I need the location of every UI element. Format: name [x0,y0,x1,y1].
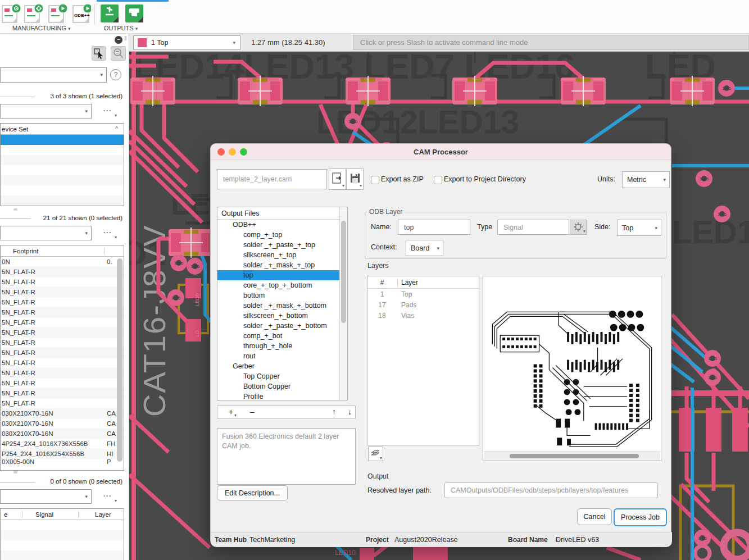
layer-row-vias[interactable]: 18Vias [367,310,479,321]
edit-description-button[interactable]: Edit Description... [217,485,288,500]
output-file-through-hole[interactable]: through_+_hole [217,341,341,351]
footprint-row[interactable]: 5N_FLAT-R [1,297,124,307]
close-button[interactable] [217,148,225,156]
footprint-row[interactable]: 5N_FLAT-R [1,317,124,327]
export-zip-checkbox[interactable] [371,176,379,184]
outputs-menu[interactable]: OUTPUTS ▾ [104,25,138,31]
dialog-title-bar[interactable]: CAM Processor [211,144,671,160]
device-set-header[interactable]: evice Set ^ [1,124,124,135]
output-file-core-top-bottom[interactable]: core_+_top_+_bottom [217,280,341,290]
footprint-row[interactable]: 5N_FLAT-R [1,358,124,368]
output-file-silkscreen-top[interactable]: silkscreen_+_top [217,250,341,260]
move-up-button[interactable]: ↑ [332,407,336,416]
cam-run-icon[interactable] [49,4,67,22]
panel-resize-handle[interactable] [13,208,17,211]
tree-scrollbar-thumb[interactable] [341,221,346,323]
output-file-silkscreen-bottom[interactable]: silkscreen_+_bottom [217,311,341,321]
footprint-filter-dropdown[interactable]: ▾ [0,226,92,240]
device-filter-dropdown[interactable]: ▾ [0,104,92,119]
footprint-options-button[interactable]: ⋯ [103,227,112,238]
output-file-odb-[interactable]: ODB++ [217,220,341,230]
layers-table[interactable]: # Layer 1Top17Pads18Vias [367,276,479,445]
device-options-button[interactable]: ⋯ [103,106,112,116]
footprint-row[interactable]: 5N_FLAT-R [1,388,124,398]
side-select[interactable]: Top ▾ [617,220,661,236]
output-file-solder-paste-top[interactable]: solder _+_paste_+_top [217,240,341,250]
footprint-row[interactable]: 5N_FLAT-R [1,287,124,297]
footprint-row[interactable]: 5N_FLAT-R [1,267,124,277]
maximize-button[interactable] [240,148,247,156]
preview-scrollbar-thumb[interactable] [510,454,639,458]
signal-table[interactable]: e Signal Layer [0,508,124,560]
footprint-row[interactable]: 030X210X70-16NCA [1,418,124,429]
export-zip-label[interactable]: Export as ZIP [381,175,424,183]
units-select[interactable]: Metric ▾ [622,171,670,188]
footprint-row[interactable]: 5N_FLAT-R [1,368,124,378]
save-cam-file-button[interactable]: ▾ [346,169,364,190]
layer-row-pads[interactable]: 17Pads [367,299,479,310]
panel-resize-handle[interactable] [13,471,17,474]
remove-output-button[interactable]: – [250,407,255,416]
footprint-table[interactable]: Footprint 0N0.5N_FLAT-R5N_FLAT-R5N_FLAT-… [0,245,124,471]
footprint-row[interactable]: 5N_FLAT-R [1,348,124,358]
footprint-row[interactable]: 5N_FLAT-R [1,398,124,408]
device-set-table[interactable]: evice Set ^ [0,123,124,206]
collapse-column-icon[interactable]: ^ [115,126,118,132]
layer-selector[interactable]: 1 Top ▾ [133,35,240,50]
add-output-button[interactable]: + [229,407,233,416]
footprint-row[interactable]: 030X210X70-16NCA [1,408,124,418]
manufacturing-menu[interactable]: MANUFACTURING ▾ [12,25,71,31]
signal-options-button[interactable]: ⋯ [103,491,112,501]
layer-name-field[interactable] [398,220,470,235]
cam-preview-icon[interactable] [2,4,21,22]
collapse-panel-icon[interactable]: − [115,36,122,44]
output-file-profile[interactable]: Profile [217,391,341,402]
footprint-row[interactable]: 5N_FLAT-R [1,378,124,388]
type-settings-button[interactable]: ▾ [570,220,587,235]
layer-stack-button[interactable]: ▾ [368,447,383,461]
footprint-row[interactable]: 5N_FLAT-R [1,307,124,317]
library-search-dropdown[interactable]: ▾ [0,67,107,83]
panel-grip-icon[interactable]: ‖ [124,35,127,42]
print-output-icon[interactable] [125,4,143,22]
zoom-tool-button[interactable] [111,46,126,61]
output-file-top[interactable]: top [217,270,341,280]
signal-filter-dropdown[interactable]: ▾ [0,489,92,504]
select-tool-button[interactable] [92,46,106,61]
output-file-gerber[interactable]: Gerber [217,361,341,371]
output-file-solder-mask-bottom[interactable]: solder _+_mask_+_bottom [217,301,341,311]
preview-scrollbar-track[interactable] [484,451,660,461]
output-file-solder-mask-top[interactable]: solder _+_mask_+_top [217,260,341,270]
export-project-checkbox[interactable] [434,176,442,184]
footprint-row[interactable]: 0X005-00NP [1,459,124,464]
help-icon[interactable]: ? [110,69,121,80]
cam-file-field[interactable] [217,169,327,189]
process-job-button[interactable]: Process Job [614,508,667,526]
footprint-row[interactable]: 0N0. [1,257,124,267]
cancel-button[interactable]: Cancel [577,508,612,525]
footprint-row[interactable]: 030X210X70-16NCA [1,429,124,439]
footprint-row[interactable]: P254_2X4_1016X254X556BHI [1,449,124,459]
device-row-selected[interactable] [1,135,124,145]
job-description[interactable]: Fusion 360 Electronics default 2 layer C… [217,428,356,485]
command-line-input[interactable] [353,35,749,50]
output-file-solder-paste-bottom[interactable]: solder _+_paste_+_bottom [217,321,341,331]
footprint-row[interactable]: 5N_FLAT-R [1,277,124,287]
footprint-table-header[interactable]: Footprint [1,245,124,257]
output-file-comp-bot[interactable]: comp_+_bot [217,331,341,341]
footprint-row[interactable]: 5N_FLAT-R [1,327,124,338]
layer-row-top[interactable]: 1Top [367,289,479,299]
output-file-comp-top[interactable]: comp_+_top [217,230,341,240]
odb-export-icon[interactable]: ODB++ [73,4,91,22]
export-project-label[interactable]: Export to Project Directory [444,175,526,183]
minimize-button[interactable] [229,148,236,156]
tree-scrollbar-track[interactable] [339,207,347,400]
cam-configure-icon[interactable] [25,4,43,22]
load-cam-file-button[interactable]: ▾ [329,169,346,190]
output-file-bottom-copper[interactable]: Bottom Copper [217,381,341,391]
output-file-top-copper[interactable]: Top Copper [217,371,341,381]
context-select[interactable]: Board ▾ [406,240,443,256]
footprint-scrollbar[interactable] [117,258,122,462]
layer-preview-pane[interactable] [483,276,661,461]
drill-output-icon[interactable] [101,4,119,22]
